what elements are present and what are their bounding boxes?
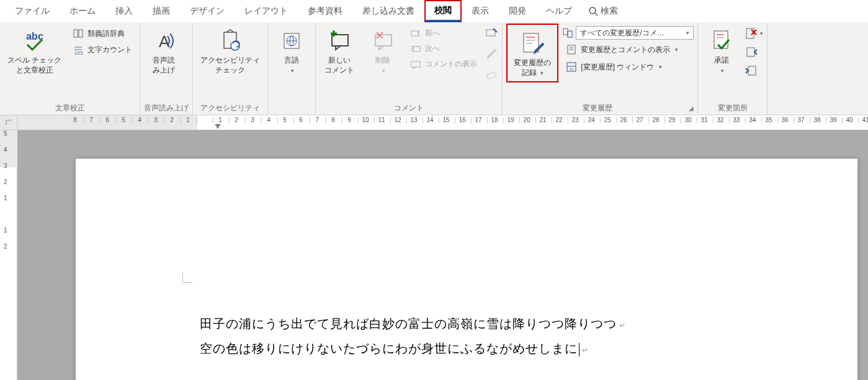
svg-rect-43	[747, 48, 754, 56]
read-aloud-button[interactable]: A 音声読 み上げ	[144, 24, 184, 77]
svg-rect-44	[748, 66, 756, 75]
chevron-down-icon: ▾	[659, 64, 662, 70]
new-comment-button[interactable]: 新しい コメント	[320, 24, 359, 77]
tab-file[interactable]: ファイル	[5, 1, 60, 22]
group-tracking-label: 変更履歴	[506, 102, 689, 115]
chevron-down-icon: ▾	[675, 46, 678, 53]
ink-comment-icon[interactable]	[485, 27, 498, 41]
group-comments-label: コメント	[320, 102, 498, 115]
prev-comment-icon	[410, 29, 421, 38]
tab-insert[interactable]: 挿入	[105, 1, 143, 22]
group-language: 言語▾	[268, 22, 316, 115]
horizontal-ruler[interactable]: 8|7|6|5|4|3|2|1||1|2|3|4|5|6|7|8|9|10|11…	[17, 115, 868, 130]
group-changes: 承諾▾ ▾ 変更箇所	[698, 22, 767, 115]
tab-mailings[interactable]: 差し込み文書	[352, 1, 424, 22]
display-for-review-select[interactable]: すべての変更履歴/コメ… ▾	[576, 26, 694, 40]
tracking-dialog-launcher[interactable]: ◢	[689, 105, 694, 112]
spell-check-icon: abc	[22, 29, 47, 53]
document-line-1[interactable]: 田子の浦にうち出でて見れば白妙の富士の高嶺に雪は降りつつ降りつつ↵	[200, 314, 626, 334]
track-changes-icon	[519, 30, 546, 57]
indent-marker[interactable]	[215, 124, 221, 129]
svg-line-1	[595, 13, 597, 15]
delete-comment-icon	[370, 29, 395, 53]
group-tracking: 変更履歴の 記録 ▾ すべての変更履歴/コメ… ▾ 変更履歴とコメントの表示 ▾	[503, 22, 698, 115]
tab-developer[interactable]: 開発	[499, 1, 536, 22]
chevron-down-icon: ▾	[291, 68, 294, 74]
group-proofing: abc スペル チェック と文章校正 類義語辞典 123 文字カウント 文章校正	[0, 22, 140, 115]
accept-button[interactable]: 承諾▾	[702, 24, 741, 77]
ruler-row: 8|7|6|5|4|3|2|1||1|2|3|4|5|6|7|8|9|10|11…	[0, 115, 868, 130]
reject-button[interactable]: ▾	[745, 27, 763, 40]
word-count-button[interactable]: 123 文字カウント	[69, 42, 136, 57]
svg-rect-24	[486, 30, 495, 36]
svg-rect-37	[714, 31, 728, 48]
new-comment-icon	[327, 29, 352, 53]
tab-layout[interactable]: レイアウト	[235, 1, 298, 22]
track-changes-button[interactable]: 変更履歴の 記録 ▾	[506, 24, 558, 82]
accessibility-icon	[218, 29, 243, 53]
svg-point-0	[589, 7, 596, 14]
reviewing-pane-button[interactable]: [変更履歴] ウィンドウ ▾	[562, 60, 694, 74]
chevron-down-icon: ▾	[382, 68, 385, 74]
group-comments: 新しい コメント 削除▾ 前へ 次へ コメントの表示	[316, 22, 503, 115]
svg-rect-22	[413, 46, 420, 51]
group-changes-label: 変更箇所	[702, 102, 763, 115]
next-comment-button[interactable]: 次へ	[406, 42, 481, 56]
prev-change-icon[interactable]	[745, 46, 758, 58]
text-cursor	[579, 343, 579, 356]
next-comment-icon	[410, 45, 421, 53]
read-aloud-icon: A	[151, 29, 176, 53]
tab-help[interactable]: ヘルプ	[536, 1, 582, 22]
next-change-icon[interactable]	[745, 64, 758, 77]
ribbon: abc スペル チェック と文章校正 類義語辞典 123 文字カウント 文章校正…	[0, 22, 868, 115]
pen-icon[interactable]	[485, 47, 498, 61]
accessibility-check-button[interactable]: アクセシビリティ チェック	[197, 24, 264, 77]
page: 田子の浦にうち出でて見れば白妙の富士の高嶺に雪は降りつつ降りつつ↵ 空の色は移り…	[76, 159, 857, 380]
group-proofing-label: 文章校正	[4, 102, 136, 115]
document-canvas[interactable]: 田子の浦にうち出でて見れば白妙の富士の高嶺に雪は降りつつ降りつつ↵ 空の色は移り…	[17, 130, 868, 380]
svg-rect-31	[568, 31, 572, 37]
vertical-ruler[interactable]: 5432112	[0, 130, 17, 380]
eraser-icon[interactable]	[485, 67, 498, 81]
show-markup-button[interactable]: 変更履歴とコメントの表示 ▾	[562, 42, 694, 57]
show-markup-icon	[566, 44, 577, 55]
accept-icon	[710, 29, 733, 53]
tab-home[interactable]: ホーム	[60, 1, 105, 22]
chevron-down-icon: ▾	[760, 30, 763, 37]
tracking-doc-icon	[562, 27, 573, 38]
group-speech-label: 音声読み上げ	[144, 102, 189, 115]
tab-references[interactable]: 参考資料	[298, 1, 352, 22]
svg-rect-30	[563, 29, 568, 35]
svg-text:123: 123	[74, 50, 83, 55]
document-line-2[interactable]: 空の色は移りにけりないたづらにわが身世にふるながめせしまに↵	[200, 338, 589, 358]
paragraph-mark-icon: ↵	[619, 321, 626, 330]
language-icon	[280, 30, 303, 52]
show-comments-button[interactable]: コメントの表示	[406, 57, 481, 71]
svg-rect-21	[411, 31, 419, 36]
svg-rect-25	[486, 72, 496, 79]
tab-draw[interactable]: 描画	[143, 1, 180, 22]
document-area: 5432112 田子の浦にうち出でて見れば白妙の富士の高嶺に雪は降りつつ降りつつ…	[0, 130, 868, 380]
reject-icon	[745, 27, 758, 40]
prev-comment-button[interactable]: 前へ	[406, 26, 481, 40]
show-comments-icon	[410, 60, 421, 69]
svg-rect-23	[411, 61, 420, 67]
tab-design[interactable]: デザイン	[180, 1, 235, 22]
spell-check-button[interactable]: abc スペル チェック と文章校正	[4, 24, 65, 77]
language-button[interactable]: 言語▾	[272, 24, 311, 77]
thesaurus-icon	[73, 28, 84, 39]
tab-view[interactable]: 表示	[462, 1, 499, 22]
group-accessibility: アクセシビリティ チェック アクセシビリティ	[193, 22, 268, 115]
tab-review[interactable]: 校閲	[424, 0, 462, 22]
delete-comment-button[interactable]: 削除▾	[363, 24, 403, 77]
chevron-down-icon: ▾	[686, 30, 689, 36]
svg-text:A: A	[159, 32, 170, 51]
search-box[interactable]: 検索	[588, 6, 618, 17]
paragraph-mark-icon: ↵	[582, 346, 589, 355]
ribbon-tabs: ファイル ホーム 挿入 描画 デザイン レイアウト 参考資料 差し込み文書 校閲…	[0, 0, 868, 22]
search-icon	[588, 6, 598, 16]
svg-rect-4	[79, 30, 83, 37]
reviewing-pane-icon	[566, 61, 577, 73]
thesaurus-button[interactable]: 類義語辞典	[69, 26, 136, 41]
svg-rect-3	[74, 30, 78, 37]
